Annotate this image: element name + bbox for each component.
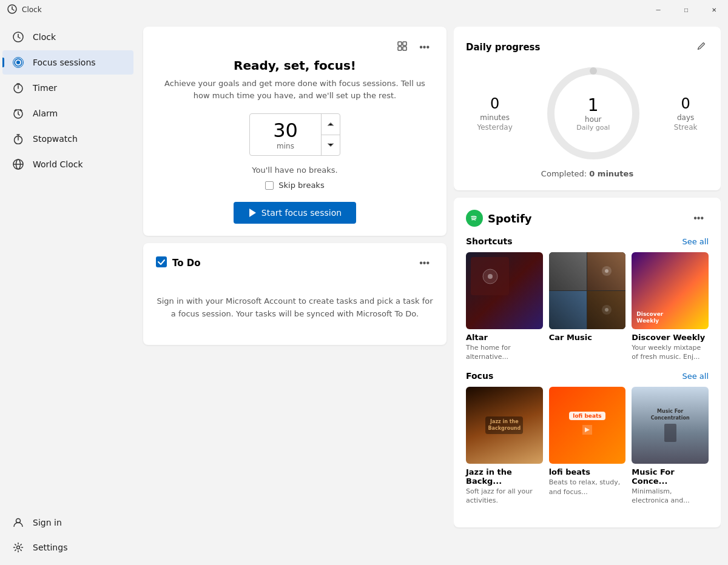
time-decrement-button[interactable] <box>322 135 340 156</box>
world-icon <box>12 158 24 170</box>
main-content: ••• Ready, set, focus! Achieve your goal… <box>136 19 728 565</box>
progress-title: Daily progress <box>466 42 540 53</box>
focus-session-card: ••• Ready, set, focus! Achieve your goal… <box>143 27 447 236</box>
streak-value: 0 <box>674 95 698 112</box>
daily-goal-unit: hour <box>576 115 610 124</box>
progress-center-content: 1 hour Daily goal <box>576 95 610 132</box>
clock-app-icon <box>7 4 17 16</box>
sidebar-item-worldclock[interactable]: World Clock <box>2 152 133 176</box>
todo-card: To Do ••• Sign in with your Microsoft Ac… <box>143 243 447 345</box>
sidebar-item-signin-label: Sign in <box>33 518 62 527</box>
streak-stat: 0 days Streak <box>674 95 698 132</box>
see-all-shortcuts-button[interactable]: See all <box>682 237 709 246</box>
sidebar-item-worldclock-label: World Clock <box>33 159 83 169</box>
time-controls <box>321 114 340 155</box>
minimize-button[interactable]: ─ <box>644 0 672 19</box>
sidebar-item-focus-label: Focus sessions <box>33 58 96 67</box>
timer-icon <box>12 82 24 94</box>
sidebar-item-settings[interactable]: Settings <box>2 535 133 560</box>
focus-title: Ready, set, focus! <box>155 58 434 73</box>
svg-point-36 <box>605 269 608 273</box>
focus-more-button[interactable]: ••• <box>414 39 434 55</box>
spotify-card: Spotify ••• Shortcuts See all <box>454 198 721 527</box>
discover-desc: Your weekly mixtape of fresh music. Enj.… <box>632 343 709 362</box>
sidebar-item-clock-label: Clock <box>33 32 56 42</box>
skip-breaks-checkbox[interactable] <box>265 181 274 190</box>
sidebar-item-focus[interactable]: Focus sessions <box>2 50 133 75</box>
playlist-jazz[interactable]: Jazz in theBackground Jazz in the Backg.… <box>466 387 543 505</box>
settings-icon <box>12 541 24 553</box>
focus-card-header: ••• <box>155 39 434 56</box>
svg-point-6 <box>16 61 20 64</box>
yesterday-label: minutes <box>477 113 513 122</box>
focus-section-header: Focus See all <box>466 371 709 381</box>
spotify-logo: Spotify <box>466 210 532 227</box>
lofi-desc: Beats to relax, study, and focus... <box>549 478 626 496</box>
time-number: 30 <box>273 119 298 142</box>
time-input-wrapper: 30 mins <box>249 113 340 156</box>
see-all-focus-button[interactable]: See all <box>682 372 709 381</box>
spotify-header: Spotify ••• <box>466 210 709 227</box>
playlist-carmusic[interactable]: Car Music <box>549 252 626 361</box>
playlist-altar[interactable]: Altar The home for alternative... <box>466 252 543 361</box>
time-unit: mins <box>277 142 294 150</box>
time-picker: 30 mins <box>155 113 434 156</box>
svg-point-38 <box>605 308 608 312</box>
lofi-name: lofi beats <box>549 467 626 476</box>
svg-line-2 <box>12 9 14 10</box>
spotify-name: Spotify <box>488 212 532 225</box>
start-focus-button[interactable]: Start focus session <box>234 202 356 224</box>
close-button[interactable]: ✕ <box>700 0 728 19</box>
jazz-name: Jazz in the Backg... <box>466 467 543 486</box>
svg-rect-27 <box>403 42 406 45</box>
playlist-musicconc[interactable]: Music ForConcentration Music For Conce..… <box>632 387 709 505</box>
playlist-lofi[interactable]: lofi beats lofi beats Beats to relax, st… <box>549 387 626 505</box>
maximize-button[interactable]: □ <box>672 0 700 19</box>
focus-subtitle: Achieve your goals and get more done wit… <box>155 78 434 101</box>
svg-rect-30 <box>156 256 167 267</box>
jazz-thumb: Jazz in theBackground <box>466 387 543 464</box>
alarm-icon <box>12 107 24 119</box>
playlist-discover[interactable]: DiscoverWeekly Discover Weekly Your week… <box>632 252 709 361</box>
svg-line-5 <box>18 37 20 38</box>
sidebar-item-timer[interactable]: Timer <box>2 76 133 100</box>
stopwatch-icon <box>12 133 24 145</box>
shortcuts-section-header: Shortcuts See all <box>466 236 709 246</box>
skip-breaks-row: Skip breaks <box>155 181 434 190</box>
sidebar-item-signin[interactable]: Sign in <box>2 510 133 535</box>
focus-grid: Jazz in theBackground Jazz in the Backg.… <box>466 387 709 505</box>
start-focus-label: Start focus session <box>261 208 342 218</box>
daily-goal-value: 1 <box>576 95 610 115</box>
spotify-more-button[interactable]: ••• <box>689 210 709 226</box>
jazz-desc: Soft jazz for all your activities. <box>466 487 543 506</box>
sidebar-item-settings-label: Settings <box>33 543 67 552</box>
musicconc-desc: Minimalism, electronica and... <box>632 487 709 506</box>
sidebar-item-stopwatch-label: Stopwatch <box>33 134 78 144</box>
musicconc-thumb: Music ForConcentration <box>632 387 709 464</box>
progress-stats: 0 minutes Yesterday 1 hour Daily goal <box>466 65 709 162</box>
streak-label: Streak <box>674 123 698 132</box>
todo-more-button[interactable]: ••• <box>414 255 434 271</box>
focus-icon <box>12 56 24 69</box>
yesterday-heading: Yesterday <box>477 123 513 132</box>
completed-text: Completed: 0 minutes <box>466 169 709 178</box>
musicconc-name: Music For Conce... <box>632 467 709 486</box>
sidebar-item-clock[interactable]: Clock <box>2 25 133 49</box>
svg-point-25 <box>17 546 20 549</box>
altar-name: Altar <box>466 333 543 342</box>
focus-expand-button[interactable] <box>393 39 412 56</box>
altar-thumb <box>466 252 543 329</box>
sidebar-item-alarm[interactable]: Alarm <box>2 101 133 125</box>
spotify-icon <box>466 210 483 227</box>
edit-progress-button[interactable] <box>694 39 709 55</box>
todo-title: To Do <box>172 258 201 269</box>
daily-progress-card: Daily progress 0 minutes Yesterday <box>454 27 721 190</box>
sidebar-item-stopwatch[interactable]: Stopwatch <box>2 127 133 151</box>
skip-breaks-label: Skip breaks <box>278 181 324 190</box>
svg-rect-26 <box>398 42 402 45</box>
discover-thumb: DiscoverWeekly <box>632 252 709 329</box>
shortcuts-title: Shortcuts <box>466 236 513 246</box>
person-icon <box>12 517 24 529</box>
clock-icon <box>12 31 24 43</box>
time-increment-button[interactable] <box>322 114 340 135</box>
